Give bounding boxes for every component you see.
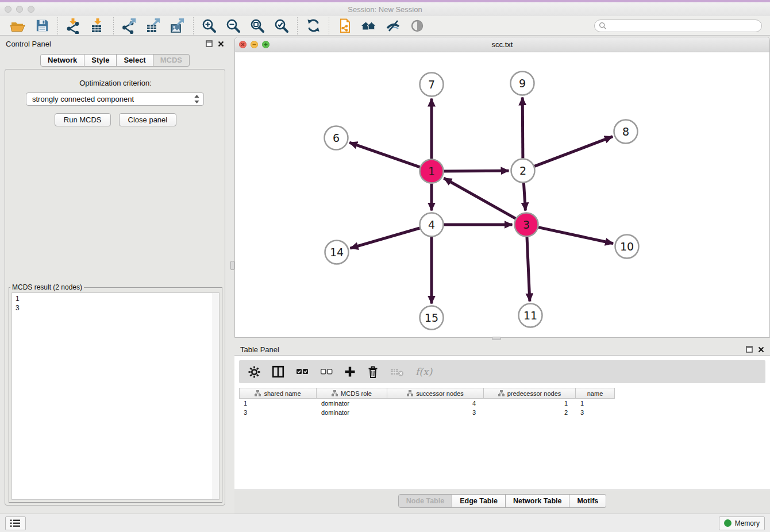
search-input[interactable] [607, 21, 761, 31]
refresh-view-button[interactable] [303, 17, 323, 34]
export-network-button[interactable] [120, 17, 139, 34]
run-mcds-button[interactable]: Run MCDS [55, 113, 111, 126]
save-session-button[interactable] [32, 17, 52, 34]
table-tab-edge-table[interactable]: Edge Table [452, 494, 506, 508]
column-header-shared-name[interactable]: shared name [239, 388, 317, 399]
table-cell[interactable]: 3 [576, 408, 615, 417]
unselect-all-button[interactable] [320, 367, 333, 376]
mcds-result-title: MCDS result (2 nodes) [10, 283, 84, 291]
table-cell[interactable]: 2 [484, 408, 576, 417]
splitter-grip[interactable] [230, 261, 234, 270]
tab-mcds[interactable]: MCDS [153, 54, 190, 67]
task-history-button[interactable] [5, 516, 26, 530]
node-4[interactable]: 4 [420, 213, 444, 237]
edge-3-to-10[interactable] [538, 228, 613, 244]
close-panel-icon[interactable] [758, 346, 764, 353]
open-session-button[interactable] [8, 17, 28, 34]
export-table-button[interactable] [144, 17, 163, 34]
table-cell[interactable]: 1 [239, 399, 317, 408]
columns-pane-icon [272, 365, 284, 378]
apply-preferred-layout-button[interactable] [359, 17, 379, 34]
node-table[interactable]: shared nameMCDS rolesuccessor nodesprede… [239, 388, 615, 417]
node-3-selected[interactable]: 3 [515, 213, 538, 237]
float-panel-icon[interactable] [746, 346, 753, 353]
table-cell[interactable]: 4 [387, 399, 484, 408]
node-6[interactable]: 6 [325, 126, 348, 150]
table-row[interactable]: 1dominator411 [239, 399, 615, 408]
function-builder-button-disabled: f(x) [415, 366, 432, 377]
hide-graphics-details-button[interactable] [383, 17, 403, 34]
import-network-button[interactable] [64, 17, 83, 34]
node-10[interactable]: 10 [615, 235, 639, 259]
network-graph[interactable]: 7968124314101511 [235, 52, 769, 337]
edge-4-to-14[interactable] [351, 228, 420, 248]
table-cell[interactable]: dominator [317, 399, 387, 408]
task-list-icon [10, 519, 21, 527]
export-image-button[interactable] [168, 17, 187, 34]
open-network-file-button[interactable] [335, 17, 355, 34]
node-14[interactable]: 14 [325, 241, 349, 264]
zoom-out-button[interactable] [224, 17, 243, 34]
node-2[interactable]: 2 [511, 159, 535, 183]
open-folder-icon [10, 18, 26, 34]
show-columns-button[interactable] [272, 365, 284, 378]
edge-2-to-9[interactable] [522, 98, 523, 159]
float-panel-icon[interactable] [206, 40, 213, 47]
table-tab-network-table[interactable]: Network Table [506, 494, 570, 508]
column-header-predecessor-nodes[interactable]: predecessor nodes [484, 388, 576, 399]
trash-icon [367, 365, 379, 378]
column-header-name[interactable]: name [576, 388, 615, 399]
edge-3-to-1[interactable] [444, 178, 515, 218]
table-tab-motifs[interactable]: Motifs [569, 494, 606, 508]
export-network-icon [121, 18, 137, 34]
node-9[interactable]: 9 [511, 72, 534, 95]
memory-button[interactable]: Memory [719, 516, 765, 530]
table-tab-node-table[interactable]: Node Table [398, 494, 452, 508]
table-cell[interactable]: dominator [317, 408, 387, 417]
tab-network[interactable]: Network [40, 54, 84, 67]
network-canvas[interactable]: 7968124314101511 [235, 52, 769, 337]
table-cell[interactable]: 1 [576, 399, 615, 408]
edge-3-to-11[interactable] [527, 237, 530, 302]
main-toolbar [0, 16, 770, 36]
zoom-in-button[interactable] [199, 17, 219, 34]
node-11[interactable]: 11 [519, 304, 542, 327]
edge-2-to-3[interactable] [523, 183, 525, 211]
gear-icon [248, 366, 260, 378]
tab-select[interactable]: Select [117, 54, 153, 67]
node-8[interactable]: 8 [614, 120, 638, 144]
table-cell[interactable]: 3 [239, 408, 317, 417]
horizontal-splitter-grip[interactable] [492, 337, 501, 340]
table-cell[interactable]: 1 [484, 399, 576, 408]
toolbar-separator [57, 17, 58, 34]
column-header-successor-nodes[interactable]: successor nodes [387, 388, 484, 399]
column-settings-button[interactable] [248, 366, 260, 378]
import-table-button[interactable] [88, 17, 107, 34]
delete-rows-button[interactable] [367, 365, 379, 378]
close-panel-icon[interactable] [218, 41, 224, 47]
select-all-button[interactable] [296, 367, 309, 376]
zoom-fit-button[interactable] [248, 17, 267, 34]
node-15[interactable]: 15 [420, 306, 444, 330]
vertical-splitter[interactable] [230, 36, 234, 514]
zoom-selected-button[interactable] [272, 17, 291, 34]
result-scrollbar[interactable] [213, 293, 219, 499]
edge-1-to-6[interactable] [349, 142, 420, 167]
close-panel-button[interactable]: Close panel [119, 113, 177, 126]
table-cell[interactable]: 3 [387, 408, 484, 417]
search-box[interactable] [594, 20, 762, 32]
column-header-label: successor nodes [416, 390, 464, 397]
show-graphics-details-button[interactable] [407, 17, 427, 34]
node-1-selected[interactable]: 1 [420, 160, 444, 183]
mcds-result-lines: 13 [12, 293, 219, 314]
node-7[interactable]: 7 [420, 73, 444, 97]
edge-1-to-2[interactable] [444, 171, 509, 171]
add-row-button[interactable] [344, 366, 356, 377]
mcds-result-area[interactable]: 13 [11, 292, 220, 500]
edge-2-to-8[interactable] [534, 137, 613, 167]
table-row[interactable]: 3dominator323 [239, 408, 615, 417]
table-header-row[interactable]: shared nameMCDS rolesuccessor nodesprede… [239, 388, 615, 399]
criterion-dropdown[interactable]: strongly connected component [26, 92, 204, 106]
tab-style[interactable]: Style [84, 54, 117, 67]
column-header-MCDS-role[interactable]: MCDS role [317, 388, 387, 399]
